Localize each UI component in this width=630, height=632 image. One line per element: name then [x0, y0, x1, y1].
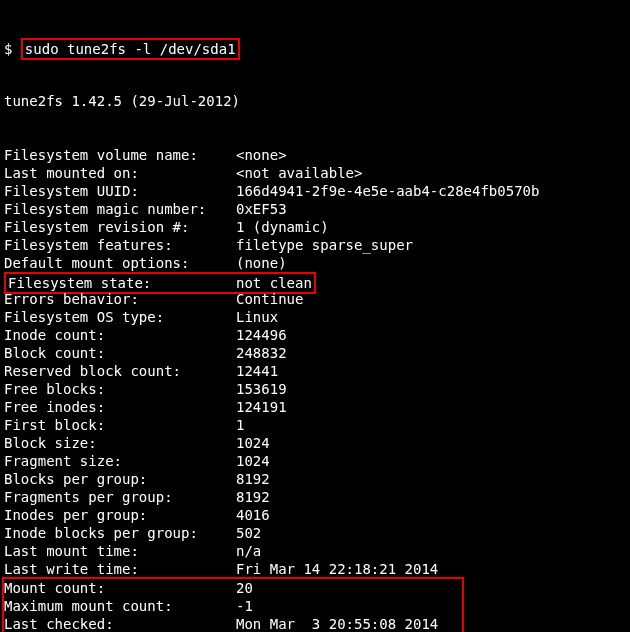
output-row: Last write time:Fri Mar 14 22:18:21 2014: [4, 560, 626, 578]
output-key: Block size:: [4, 434, 236, 452]
output-value: 4016: [236, 506, 270, 524]
output-value: 153619: [236, 380, 287, 398]
output-key: First block:: [4, 416, 236, 434]
prompt: $: [4, 41, 21, 57]
output-value: 20: [236, 579, 253, 597]
output-value: <none>: [236, 146, 287, 164]
output-row: Filesystem revision #:1 (dynamic): [4, 218, 626, 236]
output-row: Block count:248832: [4, 344, 626, 362]
output-row: Last checked:Mon Mar 3 20:55:08 2014: [4, 615, 462, 632]
output-value: <not available>: [236, 164, 362, 182]
output-value: 1 (dynamic): [236, 218, 329, 236]
output-key: Blocks per group:: [4, 470, 236, 488]
output-row: Inode count:124496: [4, 326, 626, 344]
output-value: 502: [236, 524, 261, 542]
output-row: Filesystem magic number:0xEF53: [4, 200, 626, 218]
output-row: Default mount options:(none): [4, 254, 626, 272]
output-key: Reserved block count:: [4, 362, 236, 380]
output-value: Linux: [236, 308, 278, 326]
output-value: 166d4941-2f9e-4e5e-aab4-c28e4fb0570b: [236, 182, 539, 200]
version-line: tune2fs 1.42.5 (29-Jul-2012): [4, 92, 626, 110]
output-value: 124496: [236, 326, 287, 344]
output-key: Last checked:: [4, 615, 236, 632]
output-key: Last mounted on:: [4, 164, 236, 182]
output-key: Errors behavior:: [4, 290, 236, 308]
output-key: Default mount options:: [4, 254, 236, 272]
output-row: Last mount time:n/a: [4, 542, 626, 560]
output-value: 8192: [236, 488, 270, 506]
output-row: Last mounted on:<not available>: [4, 164, 626, 182]
output-value: 8192: [236, 470, 270, 488]
output-row: Filesystem features:filetype sparse_supe…: [4, 236, 626, 254]
output-row: Filesystem OS type:Linux: [4, 308, 626, 326]
output-value: 124191: [236, 398, 287, 416]
output-key: Maximum mount count:: [4, 597, 236, 615]
output-row: Filesystem UUID:166d4941-2f9e-4e5e-aab4-…: [4, 182, 626, 200]
output-key: Block count:: [4, 344, 236, 362]
output-key: Inode count:: [4, 326, 236, 344]
output-row: Free inodes:124191: [4, 398, 626, 416]
output-key: Filesystem UUID:: [4, 182, 236, 200]
output-key: Free blocks:: [4, 380, 236, 398]
output-row: Inode blocks per group:502: [4, 524, 626, 542]
output-key: Last mount time:: [4, 542, 236, 560]
output-key: Inodes per group:: [4, 506, 236, 524]
output-row: Mount count:20: [4, 579, 462, 597]
output-key: Fragments per group:: [4, 488, 236, 506]
output-value: 1024: [236, 452, 270, 470]
output-key: Filesystem features:: [4, 236, 236, 254]
output-key: Last write time:: [4, 560, 236, 578]
output-key: Mount count:: [4, 579, 236, 597]
output-value: Fri Mar 14 22:18:21 2014: [236, 560, 438, 578]
output-value: 1024: [236, 434, 270, 452]
output-key: Filesystem revision #:: [4, 218, 236, 236]
output-value: 1: [236, 416, 244, 434]
output-value: 12441: [236, 362, 278, 380]
output-row: Reserved block count:12441: [4, 362, 626, 380]
output-row: First block:1: [4, 416, 626, 434]
output-key: Filesystem volume name:: [4, 146, 236, 164]
command-highlight: sudo tune2fs -l /dev/sda1: [21, 38, 240, 60]
output-key: Fragment size:: [4, 452, 236, 470]
output-row: Maximum mount count:-1: [4, 597, 462, 615]
output-value: filetype sparse_super: [236, 236, 413, 254]
output-value: -1: [236, 597, 253, 615]
output-row: Filesystem state:not clean: [4, 272, 626, 290]
command-line: $ sudo tune2fs -l /dev/sda1: [4, 38, 626, 56]
output-value: (none): [236, 254, 287, 272]
output-key: Inode blocks per group:: [4, 524, 236, 542]
output-value: Mon Mar 3 20:55:08 2014: [236, 615, 438, 632]
output-row: Inodes per group:4016: [4, 506, 626, 524]
output-value: n/a: [236, 542, 261, 560]
output-row: Free blocks:153619: [4, 380, 626, 398]
output-value: 248832: [236, 344, 287, 362]
output-key: Filesystem OS type:: [4, 308, 236, 326]
output-key: Filesystem magic number:: [4, 200, 236, 218]
output-row: Blocks per group:8192: [4, 470, 626, 488]
output-row: Fragment size:1024: [4, 452, 626, 470]
output-value: 0xEF53: [236, 200, 287, 218]
output-row: Fragments per group:8192: [4, 488, 626, 506]
output-row: Filesystem volume name:<none>: [4, 146, 626, 164]
output-row: Block size:1024: [4, 434, 626, 452]
terminal-output[interactable]: $ sudo tune2fs -l /dev/sda1 tune2fs 1.42…: [0, 0, 630, 632]
output-key: Free inodes:: [4, 398, 236, 416]
output-value: Continue: [236, 290, 303, 308]
highlight-block: Mount count:20Maximum mount count:-1Last…: [2, 577, 464, 632]
